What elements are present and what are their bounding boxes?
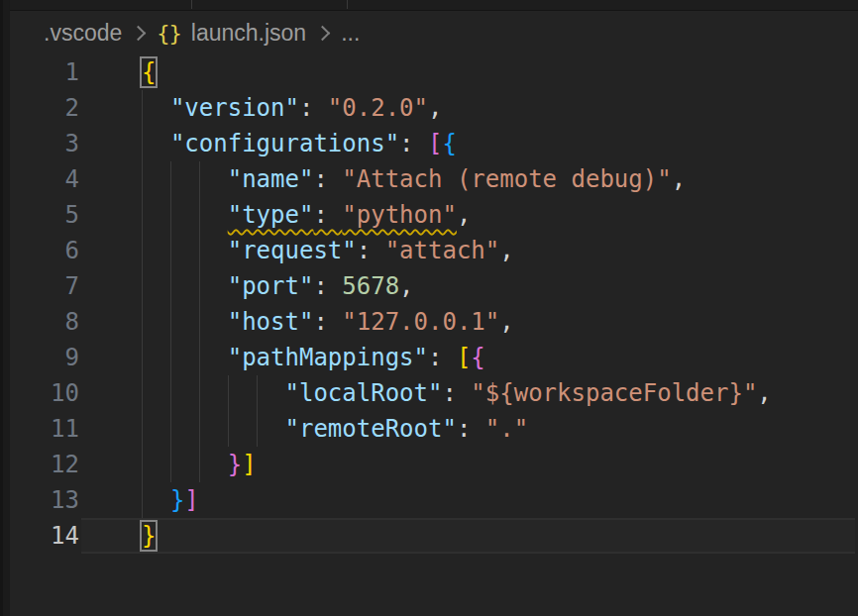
breadcrumb-item-file[interactable]: launch.json (191, 20, 306, 47)
window-left-edge (0, 0, 10, 616)
tab-separator (347, 0, 348, 9)
line-number[interactable]: 5 (10, 197, 79, 233)
indent-guide (142, 126, 143, 161)
token-p: : (457, 415, 485, 443)
breadcrumb-item-folder[interactable]: .vscode (44, 20, 122, 47)
code-line[interactable]: 7 "port": 5678, (10, 268, 858, 304)
token-str: "." (485, 415, 528, 443)
line-number[interactable]: 9 (10, 340, 79, 375)
code-line[interactable]: 13 }] (10, 482, 858, 518)
indent-guide (199, 447, 200, 482)
code-line[interactable]: 11 "remoteRoot": "." (10, 411, 858, 447)
code-text[interactable]: "name": "Attach (remote debug)", (79, 161, 858, 197)
code-line[interactable]: 2 "version": "0.2.0", (10, 90, 858, 126)
indent-guide (170, 447, 171, 482)
code-line[interactable]: 10 "localRoot": "${workspaceFolder}", (10, 375, 858, 411)
code-text[interactable]: "configurations": [{ (79, 126, 858, 161)
indent-guide (170, 268, 171, 304)
token-b2: { (471, 344, 484, 371)
token-key: "remoteRoot" (285, 415, 457, 443)
token-key: "type" (228, 201, 314, 229)
code-text[interactable]: "host": "127.0.0.1", (79, 304, 858, 340)
token-key: "name" (228, 165, 314, 193)
tab-bar[interactable] (10, 0, 858, 11)
token-key: "port" (228, 272, 314, 300)
indent-guide (257, 411, 258, 447)
token-p: , (457, 201, 471, 229)
indent-guide (142, 197, 143, 233)
line-number[interactable]: 8 (10, 304, 79, 340)
indent-guide (142, 340, 143, 375)
token-key: "configurations" (170, 130, 399, 157)
token-key: "version" (170, 94, 299, 122)
token-num: 5678 (342, 272, 399, 300)
token-p: : (428, 344, 457, 371)
code-editor[interactable]: 1{2 "version": "0.2.0",3 "configurations… (10, 54, 858, 616)
token-ws (142, 379, 285, 407)
token-b2: ] (184, 486, 198, 514)
code-text[interactable]: "version": "0.2.0", (79, 90, 858, 126)
token-ws (142, 130, 170, 157)
token-str: "127.0.0.1" (342, 308, 499, 336)
line-number[interactable]: 3 (10, 126, 79, 161)
code-line[interactable]: 5 "type": "python", (10, 197, 858, 233)
code-line[interactable]: 14} (10, 518, 858, 554)
code-text[interactable]: "type": "python", (79, 197, 858, 233)
line-number[interactable]: 2 (10, 90, 79, 126)
code-text[interactable]: "port": 5678, (79, 268, 858, 304)
code-line[interactable]: 12 }] (10, 447, 858, 482)
line-number[interactable]: 11 (10, 411, 79, 447)
indent-guide (170, 340, 171, 375)
token-key: "pathMappings" (228, 344, 428, 371)
token-p: : (313, 272, 342, 300)
token-p: : (399, 130, 428, 157)
token-p: : (313, 201, 342, 229)
line-number[interactable]: 6 (10, 233, 79, 268)
bracket-match: } (142, 522, 156, 550)
indent-guide (170, 233, 171, 268)
code-text[interactable]: "remoteRoot": "." (79, 411, 858, 447)
code-text[interactable]: }] (79, 447, 858, 482)
token-key: "localRoot" (285, 379, 443, 407)
indent-guide (142, 375, 143, 411)
code-text[interactable]: "localRoot": "${workspaceFolder}", (79, 375, 858, 411)
line-number[interactable]: 14 (10, 518, 79, 554)
code-line[interactable]: 4 "name": "Attach (remote debug)", (10, 161, 858, 197)
token-b2: [ (428, 130, 442, 157)
code-line[interactable]: 9 "pathMappings": [{ (10, 340, 858, 375)
breadcrumb-item-symbol[interactable]: ... (341, 20, 360, 47)
line-number[interactable]: 4 (10, 161, 79, 197)
code-line[interactable]: 8 "host": "127.0.0.1", (10, 304, 858, 340)
code-line[interactable]: 3 "configurations": [{ (10, 126, 858, 161)
code-text[interactable]: "request": "attach", (79, 233, 858, 268)
indent-guide (142, 447, 143, 482)
token-p: , (499, 308, 513, 336)
code-text[interactable]: { (79, 54, 858, 90)
line-number[interactable]: 12 (10, 447, 79, 482)
token-p: , (428, 94, 442, 122)
token-str: "0.2.0" (328, 94, 428, 122)
token-p: : (299, 94, 328, 122)
token-p: , (672, 165, 686, 193)
indent-guide (199, 197, 200, 233)
indent-guide (170, 411, 171, 447)
code-line[interactable]: 6 "request": "attach", (10, 233, 858, 268)
line-number[interactable]: 1 (10, 54, 79, 90)
indent-guide (199, 375, 200, 411)
indent-guide (142, 161, 143, 197)
code-text[interactable]: }] (79, 482, 858, 518)
warning-squiggle: "type": "python" (228, 201, 457, 229)
token-p: : (313, 308, 342, 336)
token-ws (142, 308, 228, 336)
token-str: "attach" (385, 237, 500, 264)
indent-guide (199, 268, 200, 304)
line-number[interactable]: 13 (10, 482, 79, 518)
token-b3: { (442, 130, 456, 157)
code-line[interactable]: 1{ (10, 54, 858, 90)
line-number[interactable]: 7 (10, 268, 79, 304)
code-text[interactable]: } (79, 518, 858, 554)
token-ws (142, 486, 170, 514)
code-text[interactable]: "pathMappings": [{ (79, 340, 858, 375)
line-number[interactable]: 10 (10, 375, 79, 411)
token-ws (142, 165, 228, 193)
